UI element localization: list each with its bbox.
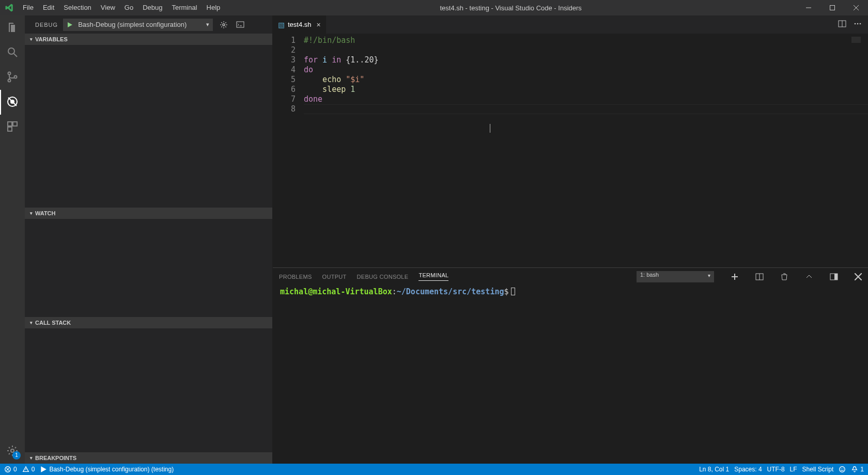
activity-explorer[interactable] [0,15,25,40]
launch-config-select[interactable]: Bash-Debug (simplest configuration) ▾ [63,19,213,31]
menu-go[interactable]: Go [120,0,138,15]
terminal-content[interactable]: michal@michal-VirtualBox:~/Documents/src… [273,285,868,464]
vscode-logo-icon [0,3,18,12]
search-icon [6,46,19,60]
toggle-panel-icon[interactable] [830,273,838,281]
status-notifications-count: 1 [860,466,864,473]
activity-settings[interactable]: 1 [0,439,25,464]
svg-rect-19 [834,274,838,280]
status-cursor-position[interactable]: Ln 8, Col 1 [699,466,729,473]
status-eol[interactable]: LF [790,466,797,473]
svg-rect-9 [8,127,12,131]
new-terminal-icon[interactable] [731,273,739,281]
debug-title: DEBUG [35,22,58,28]
split-terminal-icon[interactable] [755,273,764,281]
code-token: do [304,65,313,74]
svg-point-21 [840,467,845,472]
line-number: 4 [273,65,296,75]
svg-point-2 [8,72,11,74]
debug-sidebar: DEBUG Bash-Debug (simplest configuration… [25,15,273,464]
activity-extensions[interactable] [0,115,25,139]
section-watch-header[interactable]: ▾ WATCH [25,208,272,219]
svg-point-6 [10,100,14,104]
menu-file[interactable]: File [18,0,38,15]
activity-search[interactable] [0,40,25,65]
launch-config-name: Bash-Debug (simplest configuration) [76,21,203,28]
terminal-colon: : [392,287,397,296]
minimap[interactable] [851,37,861,43]
section-callstack-header[interactable]: ▾ CALL STACK [25,317,272,328]
window-title: test4.sh - testing - Visual Studio Code … [225,4,797,12]
svg-point-11 [223,24,225,26]
terminal-dollar: $ [504,287,509,296]
more-actions-icon[interactable] [854,20,862,29]
status-errors[interactable]: 0 [4,466,17,473]
status-debug-target[interactable]: Bash-Debug (simplest configuration) (tes… [40,466,174,473]
svg-rect-7 [8,122,12,126]
activity-scm[interactable] [0,65,25,90]
start-debug-icon[interactable] [64,22,76,28]
status-warnings[interactable]: 0 [22,466,35,473]
chevron-down-icon: ▾ [27,37,35,42]
split-editor-icon[interactable] [838,20,846,29]
status-language[interactable]: Shell Script [802,466,834,473]
close-icon[interactable]: × [317,21,321,29]
maximize-panel-icon[interactable] [805,273,813,281]
line-number: 5 [273,75,296,85]
code-token: "$i" [341,75,364,84]
line-number: 3 [273,55,296,65]
menu-edit[interactable]: Edit [38,0,59,15]
panel-tab-terminal[interactable]: TERMINAL [419,272,448,281]
panel-tab-output[interactable]: OUTPUT [322,274,347,280]
settings-badge: 1 [12,451,21,460]
activity-debug[interactable] [0,90,25,115]
section-callstack-body [25,328,272,452]
close-button[interactable] [844,0,868,15]
terminal-instance-select[interactable]: 1: bash [637,271,714,282]
debug-toolbar: DEBUG Bash-Debug (simplest configuration… [25,15,272,34]
status-indent[interactable]: Spaces: 4 [734,466,762,473]
source-control-icon [6,71,19,85]
close-panel-icon[interactable] [855,273,862,280]
svg-rect-0 [830,6,835,10]
maximize-button[interactable] [820,0,844,15]
section-breakpoints-header[interactable]: ▾ BREAKPOINTS [25,452,272,464]
text-cursor [490,124,490,133]
status-encoding[interactable]: UTF-8 [767,466,785,473]
menu-view[interactable]: View [96,0,120,15]
panel-tab-debugconsole[interactable]: DEBUG CONSOLE [357,274,409,280]
svg-point-22 [841,468,842,469]
section-variables-header[interactable]: ▾ VARIABLES [25,34,272,45]
editor-group: ▧ test4.sh × 1 2 3 4 5 6 7 8 #!/bin/bash… [273,15,868,464]
menu-terminal[interactable]: Terminal [167,0,202,15]
line-number: 2 [273,45,296,55]
panel-tabs: PROBLEMS OUTPUT DEBUG CONSOLE TERMINAL 1… [273,268,868,285]
svg-rect-8 [13,122,17,126]
terminal-path: ~/Documents/src/testing [397,287,504,296]
configure-gear-icon[interactable] [218,21,229,29]
panel-tab-problems[interactable]: PROBLEMS [279,274,312,280]
code-content[interactable]: #!/bin/bash for i in {1..20}do echo "$i"… [304,34,868,267]
status-bar: 0 0 Bash-Debug (simplest configuration) … [0,464,868,475]
chevron-down-icon[interactable]: ▾ [203,21,212,28]
tab-test4[interactable]: ▧ test4.sh × [273,15,327,34]
svg-point-1 [8,48,14,54]
activity-bar: 1 [0,15,25,464]
menu-debug[interactable]: Debug [138,0,167,15]
menu-help[interactable]: Help [202,0,225,15]
kill-terminal-icon[interactable] [780,273,788,281]
svg-point-14 [855,23,856,25]
extensions-icon [6,120,19,134]
code-token: {1..20} [341,55,378,65]
terminal-cursor [511,288,515,295]
svg-point-23 [843,468,843,469]
code-token: #!/bin/bash [304,36,355,45]
section-watch-body [25,219,272,317]
status-notifications[interactable]: 1 [851,466,864,473]
debug-console-icon[interactable] [235,21,246,29]
code-editor[interactable]: 1 2 3 4 5 6 7 8 #!/bin/bash for i in {1.… [273,34,868,267]
status-feedback[interactable] [839,466,846,473]
status-errors-count: 0 [13,466,17,473]
minimize-button[interactable] [797,0,820,15]
menu-selection[interactable]: Selection [59,0,96,15]
